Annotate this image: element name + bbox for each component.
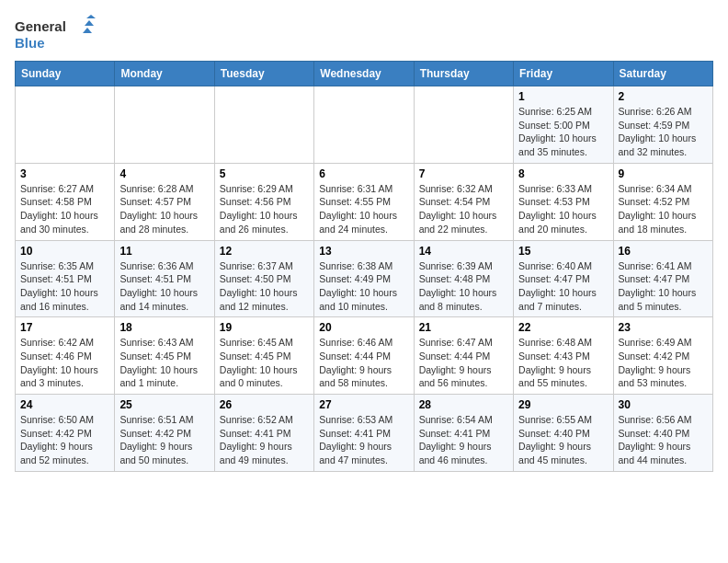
calendar-cell: 23Sunrise: 6:49 AM Sunset: 4:42 PM Dayli…: [613, 317, 712, 395]
day-number: 11: [119, 245, 209, 258]
day-info: Sunrise: 6:51 AM Sunset: 4:42 PM Dayligh…: [119, 413, 209, 467]
day-info: Sunrise: 6:40 AM Sunset: 4:47 PM Dayligh…: [518, 259, 608, 314]
day-number: 18: [119, 321, 209, 334]
day-number: 1: [518, 90, 608, 103]
day-number: 23: [619, 321, 708, 334]
calendar-week-row: 24Sunrise: 6:50 AM Sunset: 4:42 PM Dayli…: [16, 395, 713, 472]
svg-text:Blue: Blue: [15, 35, 45, 51]
calendar-cell: 10Sunrise: 6:35 AM Sunset: 4:51 PM Dayli…: [16, 240, 115, 317]
day-info: Sunrise: 6:34 AM Sunset: 4:52 PM Dayligh…: [619, 182, 708, 236]
calendar-cell: 30Sunrise: 6:56 AM Sunset: 4:40 PM Dayli…: [613, 395, 712, 472]
calendar-cell: 8Sunrise: 6:33 AM Sunset: 4:53 PM Daylig…: [514, 163, 613, 240]
calendar-cell: 28Sunrise: 6:54 AM Sunset: 4:41 PM Dayli…: [414, 395, 513, 472]
day-info: Sunrise: 6:55 AM Sunset: 4:40 PM Dayligh…: [518, 413, 608, 467]
calendar-week-row: 3Sunrise: 6:27 AM Sunset: 4:58 PM Daylig…: [16, 163, 713, 240]
day-info: Sunrise: 6:42 AM Sunset: 4:46 PM Dayligh…: [20, 336, 109, 390]
weekday-header-row: SundayMondayTuesdayWednesdayThursdayFrid…: [16, 62, 713, 86]
day-number: 19: [220, 321, 309, 334]
day-info: Sunrise: 6:27 AM Sunset: 4:58 PM Dayligh…: [20, 182, 109, 236]
calendar-cell: 17Sunrise: 6:42 AM Sunset: 4:46 PM Dayli…: [16, 317, 115, 395]
day-info: Sunrise: 6:35 AM Sunset: 4:51 PM Dayligh…: [20, 259, 109, 314]
calendar-cell: 6Sunrise: 6:31 AM Sunset: 4:55 PM Daylig…: [314, 163, 414, 240]
day-info: Sunrise: 6:49 AM Sunset: 4:42 PM Dayligh…: [619, 336, 708, 390]
calendar-week-row: 10Sunrise: 6:35 AM Sunset: 4:51 PM Dayli…: [16, 240, 713, 317]
day-number: 14: [419, 245, 508, 258]
calendar-cell: 16Sunrise: 6:41 AM Sunset: 4:47 PM Dayli…: [613, 240, 712, 317]
day-number: 15: [518, 245, 608, 258]
day-info: Sunrise: 6:29 AM Sunset: 4:56 PM Dayligh…: [220, 182, 309, 236]
day-number: 17: [20, 321, 109, 334]
calendar-cell: 24Sunrise: 6:50 AM Sunset: 4:42 PM Dayli…: [16, 395, 115, 472]
day-info: Sunrise: 6:28 AM Sunset: 4:57 PM Dayligh…: [119, 182, 209, 236]
calendar-cell: 1Sunrise: 6:25 AM Sunset: 5:00 PM Daylig…: [514, 86, 613, 164]
day-info: Sunrise: 6:52 AM Sunset: 4:41 PM Dayligh…: [220, 413, 309, 467]
calendar-cell: 15Sunrise: 6:40 AM Sunset: 4:47 PM Dayli…: [514, 240, 613, 317]
day-info: Sunrise: 6:31 AM Sunset: 4:55 PM Dayligh…: [319, 182, 408, 236]
day-number: 25: [119, 398, 209, 411]
calendar-cell: [16, 86, 115, 164]
day-number: 26: [220, 398, 309, 411]
calendar-cell: 7Sunrise: 6:32 AM Sunset: 4:54 PM Daylig…: [414, 163, 513, 240]
day-number: 6: [319, 167, 408, 180]
day-number: 24: [20, 398, 109, 411]
day-number: 16: [619, 245, 708, 258]
day-info: Sunrise: 6:36 AM Sunset: 4:51 PM Dayligh…: [119, 259, 209, 314]
calendar-cell: 13Sunrise: 6:38 AM Sunset: 4:49 PM Dayli…: [314, 240, 414, 317]
day-number: 3: [20, 167, 109, 180]
day-info: Sunrise: 6:47 AM Sunset: 4:44 PM Dayligh…: [419, 336, 508, 390]
calendar-cell: 29Sunrise: 6:55 AM Sunset: 4:40 PM Dayli…: [514, 395, 613, 472]
day-number: 9: [619, 167, 708, 180]
logo-svg: General Blue: [15, 15, 97, 53]
day-number: 28: [419, 398, 508, 411]
day-info: Sunrise: 6:39 AM Sunset: 4:48 PM Dayligh…: [419, 259, 508, 314]
day-number: 8: [518, 167, 608, 180]
day-info: Sunrise: 6:25 AM Sunset: 5:00 PM Dayligh…: [518, 105, 608, 159]
weekday-header-cell: Sunday: [16, 62, 115, 86]
day-info: Sunrise: 6:50 AM Sunset: 4:42 PM Dayligh…: [20, 413, 109, 467]
calendar-cell: 19Sunrise: 6:45 AM Sunset: 4:45 PM Dayli…: [214, 317, 313, 395]
day-number: 10: [20, 245, 109, 258]
day-number: 2: [619, 90, 708, 103]
calendar-cell: 14Sunrise: 6:39 AM Sunset: 4:48 PM Dayli…: [414, 240, 513, 317]
day-number: 29: [518, 398, 608, 411]
calendar-cell: 27Sunrise: 6:53 AM Sunset: 4:41 PM Dayli…: [314, 395, 414, 472]
calendar-cell: 18Sunrise: 6:43 AM Sunset: 4:45 PM Dayli…: [115, 317, 214, 395]
calendar-cell: 20Sunrise: 6:46 AM Sunset: 4:44 PM Dayli…: [314, 317, 414, 395]
page-header: General Blue: [15, 15, 713, 53]
day-number: 7: [419, 167, 508, 180]
calendar-week-row: 17Sunrise: 6:42 AM Sunset: 4:46 PM Dayli…: [16, 317, 713, 395]
calendar-cell: [115, 86, 214, 164]
day-info: Sunrise: 6:33 AM Sunset: 4:53 PM Dayligh…: [518, 182, 608, 236]
day-info: Sunrise: 6:32 AM Sunset: 4:54 PM Dayligh…: [419, 182, 508, 236]
weekday-header-cell: Tuesday: [214, 62, 313, 86]
day-number: 22: [518, 321, 608, 334]
calendar-cell: 9Sunrise: 6:34 AM Sunset: 4:52 PM Daylig…: [613, 163, 712, 240]
day-number: 4: [119, 167, 209, 180]
svg-marker-3: [85, 20, 94, 26]
day-info: Sunrise: 6:53 AM Sunset: 4:41 PM Dayligh…: [319, 413, 408, 467]
calendar-cell: 21Sunrise: 6:47 AM Sunset: 4:44 PM Dayli…: [414, 317, 513, 395]
day-number: 21: [419, 321, 508, 334]
day-number: 27: [319, 398, 408, 411]
calendar-cell: 22Sunrise: 6:48 AM Sunset: 4:43 PM Dayli…: [514, 317, 613, 395]
svg-marker-2: [86, 15, 96, 18]
calendar-cell: 4Sunrise: 6:28 AM Sunset: 4:57 PM Daylig…: [115, 163, 214, 240]
day-info: Sunrise: 6:56 AM Sunset: 4:40 PM Dayligh…: [619, 413, 708, 467]
calendar-cell: 26Sunrise: 6:52 AM Sunset: 4:41 PM Dayli…: [214, 395, 313, 472]
weekday-header-cell: Wednesday: [314, 62, 414, 86]
calendar-cell: [214, 86, 313, 164]
weekday-header-cell: Monday: [115, 62, 214, 86]
day-info: Sunrise: 6:46 AM Sunset: 4:44 PM Dayligh…: [319, 336, 408, 390]
day-info: Sunrise: 6:38 AM Sunset: 4:49 PM Dayligh…: [319, 259, 408, 314]
day-info: Sunrise: 6:37 AM Sunset: 4:50 PM Dayligh…: [220, 259, 309, 314]
calendar-week-row: 1Sunrise: 6:25 AM Sunset: 5:00 PM Daylig…: [16, 86, 713, 164]
svg-text:General: General: [15, 18, 66, 34]
day-info: Sunrise: 6:41 AM Sunset: 4:47 PM Dayligh…: [619, 259, 708, 314]
day-number: 20: [319, 321, 408, 334]
logo: General Blue: [15, 15, 97, 53]
day-number: 5: [220, 167, 309, 180]
weekday-header-cell: Saturday: [613, 62, 712, 86]
day-number: 13: [319, 245, 408, 258]
day-info: Sunrise: 6:26 AM Sunset: 4:59 PM Dayligh…: [619, 105, 708, 159]
svg-marker-4: [83, 28, 92, 33]
